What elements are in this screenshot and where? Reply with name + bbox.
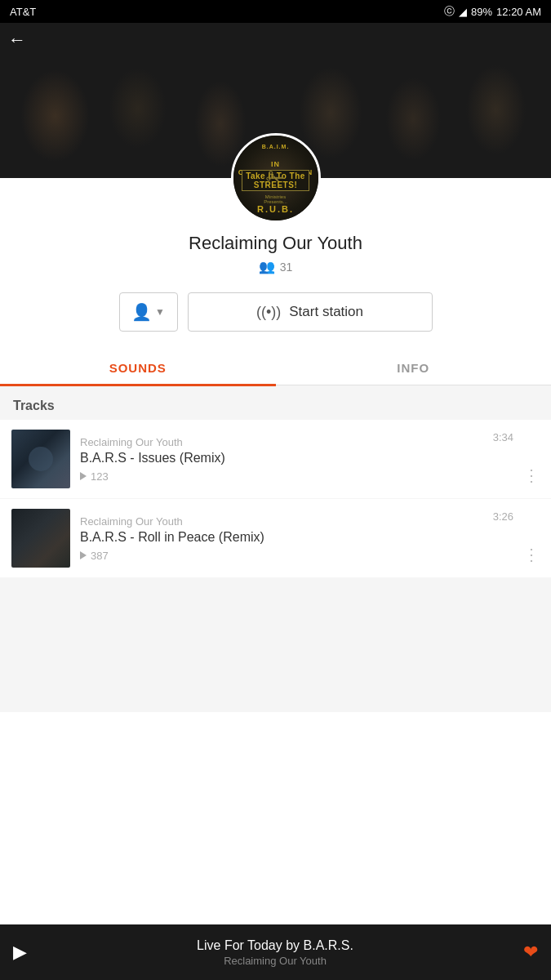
bluetooth-icon: ⓒ: [444, 4, 455, 19]
followers-icon: 👥: [259, 259, 275, 274]
tracks-header: Tracks: [0, 385, 551, 420]
avatar: B.A.I.M. IN COLLABORATION WITH Take It T…: [231, 133, 321, 223]
track-thumbnail-2: [11, 509, 70, 568]
track-artist-1: Reclaiming Our Youth: [80, 436, 483, 448]
track-plays-1: 123: [80, 470, 483, 483]
play-icon-2: [80, 551, 87, 559]
back-button[interactable]: ←: [8, 29, 26, 51]
tabs: SOUNDS INFO: [0, 351, 551, 385]
track-thumbnail-1: [11, 430, 70, 488]
avatar-container: B.A.I.M. IN COLLABORATION WITH Take It T…: [0, 133, 551, 223]
track-title-2: B.A.R.S - Roll in Peace (Remix): [80, 530, 483, 545]
carrier-label: AT&T: [10, 6, 36, 18]
follower-row: 👥 31: [16, 259, 535, 274]
track-more-button-1[interactable]: ⋮: [523, 466, 540, 488]
start-station-button[interactable]: ((•)) Start station: [188, 292, 433, 332]
track-info-1: Reclaiming Our Youth B.A.R.S - Issues (R…: [80, 436, 483, 483]
cross-icon: ✁: [266, 167, 285, 189]
radio-icon: ((•)): [256, 304, 281, 321]
content-area: Tracks Reclaiming Our Youth B.A.R.S - Is…: [0, 385, 551, 712]
plays-count-1: 123: [91, 470, 109, 483]
avatar-inner: B.A.I.M. IN COLLABORATION WITH Take It T…: [233, 136, 318, 220]
track-item[interactable]: Reclaiming Our Youth B.A.R.S - Issues (R…: [0, 420, 551, 498]
now-playing-play-button[interactable]: ▶: [13, 942, 27, 963]
follower-count: 31: [280, 261, 293, 274]
track-info-2: Reclaiming Our Youth B.A.R.S - Roll in P…: [80, 515, 483, 562]
track-title-1: B.A.R.S - Issues (Remix): [80, 451, 483, 466]
avatar-text-top: B.A.I.M.: [233, 144, 318, 149]
time-label: 12:20 AM: [496, 6, 541, 18]
rub-text: R.U.B.: [233, 204, 318, 214]
bottom-spacer: [0, 578, 551, 644]
profile-name: Reclaiming Our Youth: [16, 233, 535, 254]
now-playing-bar: ▶ Live For Today by B.A.R.S. Reclaiming …: [0, 924, 551, 980]
status-bar: AT&T ⓒ ◢ 89% 12:20 AM: [0, 0, 551, 23]
now-playing-info: Live For Today by B.A.R.S. Reclaiming Ou…: [38, 938, 512, 967]
play-icon-1: [80, 472, 87, 480]
chevron-down-icon: ▼: [155, 306, 165, 318]
person-icon: 👤: [131, 302, 152, 322]
now-playing-artist: Reclaiming Our Youth: [38, 955, 512, 967]
start-station-label: Start station: [289, 304, 363, 320]
track-duration-1: 3:34: [493, 431, 513, 443]
now-playing-heart-button[interactable]: ❤: [523, 942, 538, 963]
track-artist-2: Reclaiming Our Youth: [80, 515, 483, 528]
wifi-icon: ◢: [459, 6, 467, 18]
battery-label: 89%: [471, 6, 492, 18]
track-item[interactable]: Reclaiming Our Youth B.A.R.S - Roll in P…: [0, 499, 551, 577]
plays-count-2: 387: [91, 550, 109, 562]
avatar-subtitle: MinistriesPresents...: [233, 194, 318, 204]
track-duration-2: 3:26: [493, 510, 513, 523]
track-plays-2: 387: [80, 550, 483, 562]
action-buttons: 👤 ▼ ((•)) Start station: [0, 281, 551, 348]
status-icons: ⓒ ◢ 89% 12:20 AM: [444, 4, 541, 19]
now-playing-title: Live For Today by B.A.R.S.: [38, 938, 512, 953]
follow-button[interactable]: 👤 ▼: [119, 292, 178, 332]
tab-sounds[interactable]: SOUNDS: [0, 351, 276, 385]
tab-info[interactable]: INFO: [276, 351, 552, 385]
track-more-button-2[interactable]: ⋮: [523, 545, 540, 568]
profile-info: Reclaiming Our Youth 👥 31: [0, 223, 551, 281]
